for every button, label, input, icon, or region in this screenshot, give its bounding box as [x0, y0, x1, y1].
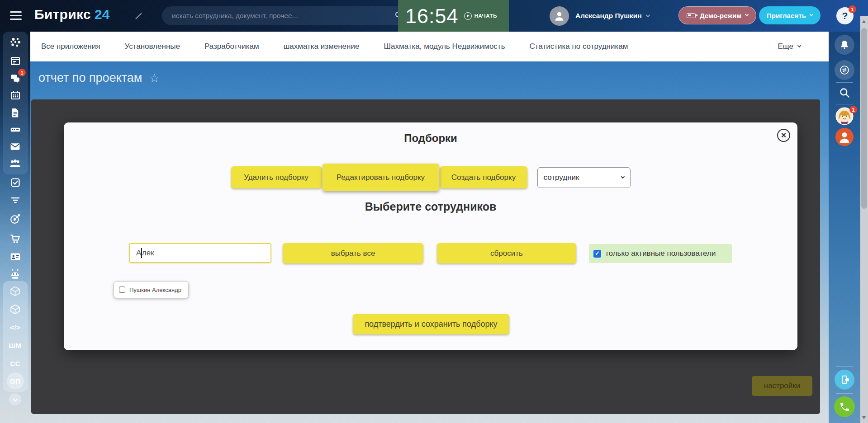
chevron-down-icon [797, 44, 801, 47]
nav-employee-stats[interactable]: Статистика по сотрудникам [530, 42, 628, 51]
reset-button[interactable]: сбросить [437, 243, 576, 263]
nav-more[interactable]: Еще [778, 42, 801, 51]
person-icon [553, 10, 565, 22]
collection-actions-row: Удалить подборку Редактировать подборку … [64, 164, 797, 191]
feed-icon[interactable] [0, 37, 30, 48]
nav-developers[interactable]: Разработчикам [204, 42, 259, 51]
logo[interactable]: Битрикс24 [34, 7, 110, 22]
active-users-label: только активные пользователи [605, 249, 716, 258]
right-sidebar: 1 [829, 32, 860, 423]
apps-nav-bar: Все приложения Установленные Разработчик… [30, 32, 829, 61]
menu-toggle-icon[interactable] [10, 11, 22, 20]
employee-search-input[interactable]: Алек [129, 243, 271, 263]
clock-time: 16:54 [405, 6, 459, 26]
divider [836, 104, 853, 104]
app-ss[interactable]: СС [0, 357, 30, 369]
question-icon: ? [842, 10, 848, 21]
nav-all-apps[interactable]: Все приложения [41, 42, 100, 51]
top-bar: Битрикс24 16:54 НАЧАТЬ Александр Пушкин … [0, 0, 868, 32]
bot-icon[interactable] [0, 268, 30, 280]
sync-messenger-icon[interactable] [829, 60, 860, 80]
logo-24: 24 [95, 7, 110, 22]
chat-badge: 1 [18, 69, 26, 76]
nav-installed[interactable]: Установленные [124, 42, 180, 51]
notifications-bell-icon[interactable] [829, 35, 860, 55]
help-badge: 1 [849, 5, 856, 13]
shop-cart-icon[interactable] [0, 233, 30, 244]
tasks-icon[interactable] [0, 177, 30, 188]
collection-type-select[interactable]: сотрудник [537, 167, 631, 188]
divider [836, 393, 853, 394]
app-cube-icon[interactable] [0, 285, 30, 297]
contact-badge: 1 [849, 106, 857, 113]
nav-chess-realty[interactable]: Шахматка, модуль Недвижимость [384, 42, 505, 51]
app-content-overlay: настройки × Подборки Удалить подборку Ре… [31, 99, 820, 414]
confirm-save-collection-button[interactable]: подтвердить и сохранить подборку [353, 314, 509, 334]
sidebar-panel-top [3, 32, 28, 174]
favorite-star-icon[interactable]: ☆ [149, 72, 159, 84]
active-users-only-toggle[interactable]: только активные пользователи [589, 244, 732, 263]
user-presence-avatar[interactable] [829, 128, 860, 146]
select-all-button[interactable]: выбрать все [283, 243, 423, 263]
employee-result-item[interactable]: Пушкин Александр [114, 281, 189, 298]
marketing-target-icon[interactable] [0, 213, 30, 225]
scroll-up-arrow[interactable] [862, 20, 866, 23]
contact-card-icon[interactable] [0, 251, 30, 263]
collections-modal: × Подборки Удалить подборку Редактироват… [64, 122, 797, 350]
logo-brand: Битрикс [34, 7, 91, 22]
delete-collection-button[interactable]: Удалить подборку [231, 166, 322, 188]
scrollbar-thumb[interactable] [861, 28, 867, 209]
user-name: Александр Пушкин [575, 12, 642, 20]
create-collection-button[interactable]: Создать подборку [440, 166, 527, 188]
mail-icon[interactable] [0, 141, 30, 152]
help-button[interactable]: ? 1 [836, 7, 854, 24]
global-search [162, 6, 410, 25]
code-app-icon[interactable]: </> [0, 321, 30, 333]
workspace-icon[interactable] [0, 55, 30, 67]
scroll-down-arrow[interactable] [862, 416, 866, 419]
crm-people-icon[interactable] [0, 157, 30, 169]
page-title: отчет по проектам [38, 71, 142, 85]
modal-subtitle: Выберите сотрудников [64, 200, 797, 213]
user-avatar[interactable] [550, 6, 569, 26]
modal-title: Подборки [64, 132, 797, 145]
bitrix24-app: Битрикс24 16:54 НАЧАТЬ Александр Пушкин … [0, 0, 868, 423]
settings-button[interactable]: настройки [752, 376, 812, 396]
app-cube2-icon[interactable] [0, 303, 30, 315]
app-shm[interactable]: ШМ [0, 339, 30, 351]
demo-mode-button[interactable]: Демо-режим [678, 6, 756, 24]
active-users-checkbox[interactable] [593, 250, 601, 258]
chevron-down-icon [621, 174, 624, 178]
chevron-down-icon [645, 13, 650, 17]
global-search-input[interactable] [162, 6, 410, 25]
time-tracker: 16:54 НАЧАТЬ [398, 0, 509, 32]
telephony-call-icon[interactable] [829, 396, 860, 417]
play-icon [464, 12, 472, 20]
calendar-icon[interactable] [0, 89, 30, 101]
user-menu[interactable]: Александр Пушкин [575, 12, 650, 20]
sidebar-search-icon[interactable] [829, 87, 860, 99]
documents-icon[interactable] [0, 107, 30, 118]
chevron-down-icon [810, 13, 813, 16]
divider [836, 82, 853, 83]
drive-icon[interactable] [0, 124, 30, 136]
invite-button[interactable]: Пригласить [759, 6, 821, 24]
contact-avatar[interactable]: 1 [829, 107, 860, 127]
filter-icon[interactable] [0, 194, 30, 206]
selected-type: сотрудник [544, 173, 579, 182]
sidebar-expand-chevron-icon[interactable] [0, 393, 30, 405]
app-op-active[interactable]: ОП [0, 372, 30, 390]
edit-icon[interactable] [134, 11, 144, 21]
edit-collection-button[interactable]: Редактировать подборку [323, 164, 439, 191]
page-title-row: отчет по проектам ☆ [38, 71, 160, 85]
mobile-app-icon[interactable] [829, 370, 860, 390]
chevron-down-icon [745, 13, 749, 16]
employee-checkbox[interactable] [119, 287, 125, 293]
start-workday-button[interactable]: НАЧАТЬ [464, 12, 497, 20]
page-scrollbar[interactable] [860, 16, 868, 423]
nav-chess-change[interactable]: шахматка изменение [284, 42, 360, 51]
divider [836, 366, 853, 367]
employee-label: Пушкин Александр [129, 287, 181, 293]
messenger-icon[interactable]: 1 [0, 72, 30, 84]
left-sidebar: 1 [0, 32, 30, 423]
